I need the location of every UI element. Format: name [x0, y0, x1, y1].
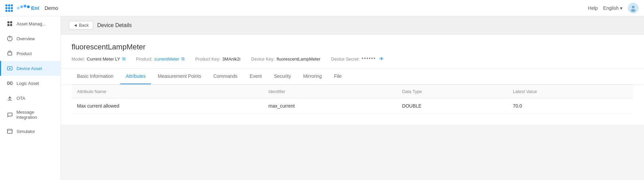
col-latest-value: Latest Value — [508, 85, 633, 98]
product-info: Product: currentMeter ⧉ — [136, 56, 184, 62]
table-body: Max current allowed max_current DOUBLE 7… — [72, 98, 633, 114]
user-icon — [629, 4, 637, 12]
sidebar-item-overview[interactable]: Overview — [0, 31, 60, 46]
device-key-value: fluorescentLampMeter — [277, 57, 320, 62]
user-avatar[interactable] — [628, 3, 639, 14]
ota-icon — [6, 95, 13, 102]
device-secret-label: Device Secret: — [331, 57, 360, 62]
cell-attribute-name: Max current allowed — [72, 98, 263, 114]
tabs-container: Basic Information Attributes Measurement… — [61, 69, 644, 85]
language-label: English — [603, 5, 619, 11]
simulator-icon — [6, 128, 13, 135]
device-secret-info: Device Secret: ****** 👁 — [331, 56, 384, 62]
device-key-label: Device Key: — [251, 57, 275, 62]
model-copy-icon[interactable]: ⧉ — [122, 56, 125, 62]
tab-security[interactable]: Security — [268, 69, 297, 84]
svg-rect-7 — [7, 21, 9, 23]
sidebar-label-product: Product — [17, 51, 32, 56]
sidebar-label-asset-management: Asset Manag... — [17, 21, 46, 26]
product-icon — [6, 50, 13, 57]
product-value: currentMeter — [154, 57, 179, 62]
svg-point-5 — [632, 6, 635, 8]
sidebar-item-device-asset[interactable]: Device Asset — [0, 61, 60, 76]
message-integration-icon — [6, 111, 13, 118]
svg-rect-17 — [10, 82, 12, 85]
page-header: ◄ Back Device Details — [61, 16, 644, 35]
svg-text:EnOS: EnOS — [31, 5, 39, 11]
back-label: Back — [79, 23, 89, 28]
logic-asset-icon — [6, 80, 13, 87]
tab-measurement-points[interactable]: Measurement Points — [152, 69, 206, 84]
product-copy-icon[interactable]: ⧉ — [181, 56, 184, 62]
sidebar-label-ota: OTA — [17, 96, 25, 101]
device-key-info: Device Key: fluorescentLampMeter — [251, 57, 320, 62]
sidebar: Asset Manag... Overview Product Device A… — [0, 0, 61, 180]
sidebar-label-overview: Overview — [17, 36, 35, 41]
svg-rect-13 — [8, 52, 12, 55]
col-attribute-name: Attribute Name — [72, 85, 263, 98]
top-navigation: EnOS Demo Help English ▾ — [0, 0, 644, 16]
tab-basic-information[interactable]: Basic Information — [72, 69, 119, 84]
tab-mirroring[interactable]: Mirroring — [298, 69, 327, 84]
svg-point-3 — [27, 5, 30, 8]
chevron-down-icon: ▾ — [620, 5, 622, 11]
asset-management-icon — [6, 20, 13, 27]
product-key-value: 3MAnlk2i — [222, 57, 240, 62]
enos-logo: EnOS — [16, 4, 39, 12]
svg-point-2 — [24, 5, 26, 7]
sidebar-label-device-asset: Device Asset — [17, 66, 42, 71]
device-card: fluorescentLampMeter Model: Current Mete… — [61, 35, 644, 69]
logo: EnOS — [5, 4, 39, 12]
sidebar-label-message-integration: Message Integration — [16, 110, 55, 120]
sidebar-item-simulator[interactable]: Simulator — [0, 124, 60, 139]
table-header-row: Attribute Name Identifier Data Type Late… — [72, 85, 633, 98]
sidebar-item-asset-management[interactable]: Asset Manag... — [0, 16, 60, 31]
col-identifier: Identifier — [263, 85, 397, 98]
sidebar-item-product[interactable]: Product — [0, 46, 60, 61]
sidebar-item-ota[interactable]: OTA — [0, 91, 60, 106]
model-label: Model: — [72, 57, 85, 62]
cell-latest-value: 70.0 — [508, 98, 633, 114]
language-selector[interactable]: English ▾ — [603, 5, 622, 11]
svg-rect-9 — [7, 24, 9, 26]
attributes-table: Attribute Name Identifier Data Type Late… — [72, 85, 633, 114]
product-label: Product: — [136, 57, 152, 62]
sidebar-label-simulator: Simulator — [17, 129, 35, 134]
apps-grid-icon[interactable] — [5, 4, 13, 12]
reveal-secret-icon[interactable]: 👁 — [379, 56, 384, 62]
svg-point-0 — [17, 7, 20, 9]
back-button[interactable]: ◄ Back — [69, 21, 93, 29]
back-arrow-icon: ◄ — [73, 23, 78, 28]
help-link[interactable]: Help — [588, 5, 598, 11]
svg-point-1 — [20, 5, 23, 8]
top-nav-right: Help English ▾ — [588, 3, 639, 14]
model-value: Current Meter LY — [87, 57, 120, 62]
device-asset-icon — [6, 65, 13, 72]
overview-icon — [6, 35, 13, 42]
cell-identifier: max_current — [263, 98, 397, 114]
svg-rect-16 — [7, 82, 9, 85]
app-name: Demo — [45, 5, 58, 11]
product-key-label: Product Key: — [195, 57, 220, 62]
attributes-table-section: Attribute Name Identifier Data Type Late… — [61, 85, 644, 125]
sidebar-item-message-integration[interactable]: Message Integration — [0, 106, 60, 124]
sidebar-item-logic-asset[interactable]: Logic Asset — [0, 76, 60, 91]
col-data-type: Data Type — [397, 85, 508, 98]
svg-rect-10 — [10, 24, 12, 26]
svg-point-6 — [631, 9, 636, 12]
table-header: Attribute Name Identifier Data Type Late… — [72, 85, 633, 98]
svg-point-15 — [9, 68, 10, 69]
tab-attributes[interactable]: Attributes — [120, 69, 151, 84]
svg-rect-21 — [7, 129, 12, 133]
device-metadata: Model: Current Meter LY ⧉ Product: curre… — [72, 56, 633, 68]
model-info: Model: Current Meter LY ⧉ — [72, 56, 125, 62]
main-content: ◄ Back Device Details fluorescentLampMet… — [61, 0, 644, 180]
cell-data-type: DOUBLE — [397, 98, 508, 114]
tab-event[interactable]: Event — [244, 69, 267, 84]
tab-commands[interactable]: Commands — [208, 69, 243, 84]
tab-file[interactable]: File — [329, 69, 347, 84]
device-secret-value: ****** — [362, 57, 376, 62]
product-key-info: Product Key: 3MAnlk2i — [195, 57, 240, 62]
svg-rect-8 — [10, 21, 12, 23]
page-title: Device Details — [97, 22, 132, 28]
